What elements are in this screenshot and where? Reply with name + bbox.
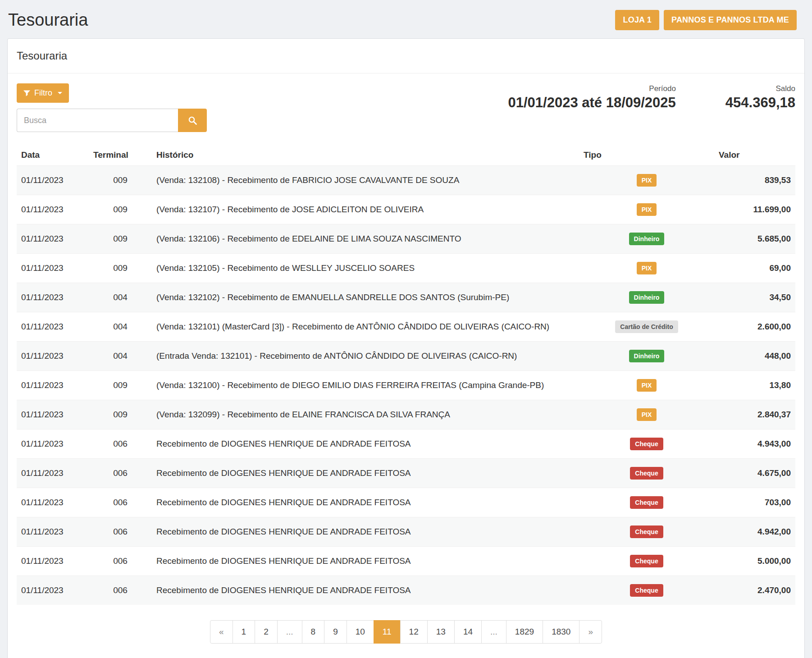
table-header-row: DataTerminalHistóricoTipoValor: [17, 145, 795, 166]
cell-tipo: PIX: [579, 371, 714, 400]
cell-data: 01/11/2023: [17, 195, 89, 224]
cell-valor: 13,80: [714, 371, 795, 400]
pagination-page-10[interactable]: 10: [347, 620, 374, 644]
cell-tipo: PIX: [579, 166, 714, 195]
store-button[interactable]: LOJA 1: [615, 10, 659, 30]
company-button[interactable]: PANNOS E PANNOS LTDA ME: [664, 10, 797, 30]
period-stat: Período 01/01/2023 até 18/09/2025: [508, 84, 676, 111]
pagination-page-1[interactable]: 1: [233, 620, 255, 644]
pagination-prev[interactable]: «: [210, 620, 233, 644]
cell-data: 01/11/2023: [17, 430, 89, 459]
tipo-badge: PIX: [637, 262, 657, 274]
search-input[interactable]: [17, 109, 178, 132]
table-row: 01/11/2023006Recebimento de DIOGENES HEN…: [17, 459, 795, 488]
cell-terminal: 004: [89, 283, 152, 312]
table-row: 01/11/2023006Recebimento de DIOGENES HEN…: [17, 488, 795, 517]
table-row: 01/11/2023006Recebimento de DIOGENES HEN…: [17, 517, 795, 547]
cell-valor: 11.699,00: [714, 195, 795, 224]
cell-terminal: 006: [89, 547, 152, 576]
search-button[interactable]: [178, 109, 207, 132]
cell-terminal: 006: [89, 459, 152, 488]
card-body: Filtro: [8, 73, 804, 658]
tipo-badge: PIX: [637, 203, 657, 216]
cell-historico: (Venda: 132108) - Recebimento de FABRICI…: [152, 166, 579, 195]
cell-historico: Recebimento de DIOGENES HENRIQUE DE ANDR…: [152, 517, 579, 547]
column-header-historico: Histórico: [152, 145, 579, 166]
cell-valor: 448,00: [714, 342, 795, 371]
cell-historico: Recebimento de DIOGENES HENRIQUE DE ANDR…: [152, 576, 579, 605]
cell-valor: 34,50: [714, 283, 795, 312]
balance-value: 454.369,18: [725, 95, 795, 111]
table-row: 01/11/2023004(Venda: 132101) (MasterCard…: [17, 312, 795, 342]
cell-historico: Recebimento de DIOGENES HENRIQUE DE ANDR…: [152, 488, 579, 517]
column-header-terminal: Terminal: [89, 145, 152, 166]
cell-tipo: Cheque: [579, 517, 714, 547]
pagination-page-14[interactable]: 14: [454, 620, 482, 644]
cell-valor: 5.000,00: [714, 547, 795, 576]
table-body: 01/11/2023009(Venda: 132108) - Recebimen…: [17, 166, 795, 605]
pagination-page-1829[interactable]: 1829: [506, 620, 543, 644]
cell-valor: 69,00: [714, 254, 795, 283]
cell-valor: 2.470,00: [714, 576, 795, 605]
search-icon: [188, 116, 197, 125]
period-value: 01/01/2023 até 18/09/2025: [508, 95, 676, 111]
cell-valor: 839,53: [714, 166, 795, 195]
table-row: 01/11/2023004(Venda: 132102) - Recebimen…: [17, 283, 795, 312]
cell-data: 01/11/2023: [17, 254, 89, 283]
cell-data: 01/11/2023: [17, 166, 89, 195]
page-title: Tesouraria: [8, 10, 88, 30]
cell-historico: Recebimento de DIOGENES HENRIQUE DE ANDR…: [152, 547, 579, 576]
pagination-page-11[interactable]: 11: [374, 620, 401, 644]
cell-valor: 2.840,37: [714, 400, 795, 430]
cell-terminal: 004: [89, 312, 152, 342]
cell-data: 01/11/2023: [17, 283, 89, 312]
cell-data: 01/11/2023: [17, 517, 89, 547]
tipo-badge: PIX: [637, 379, 657, 392]
cell-valor: 2.600,00: [714, 312, 795, 342]
cell-historico: (Venda: 132101) (MasterCard [3]) - Receb…: [152, 312, 579, 342]
cell-tipo: PIX: [579, 254, 714, 283]
pagination-page-9[interactable]: 9: [324, 620, 347, 644]
cell-historico: Recebimento de DIOGENES HENRIQUE DE ANDR…: [152, 459, 579, 488]
pagination-page-1830[interactable]: 1830: [543, 620, 579, 644]
page-header: Tesouraria LOJA 1 PANNOS E PANNOS LTDA M…: [7, 7, 805, 38]
cell-terminal: 009: [89, 254, 152, 283]
table-row: 01/11/2023009(Venda: 132107) - Recebimen…: [17, 195, 795, 224]
pagination-page-2[interactable]: 2: [255, 620, 278, 644]
cell-terminal: 006: [89, 430, 152, 459]
table-row: 01/11/2023009(Venda: 132099) - Recebimen…: [17, 400, 795, 430]
cell-tipo: Cheque: [579, 547, 714, 576]
cell-tipo: Cheque: [579, 459, 714, 488]
tipo-badge: Dinheiro: [629, 233, 665, 245]
pagination: «12...891011121314...18291830»: [17, 620, 795, 658]
toolbar-left: Filtro: [17, 83, 207, 132]
tipo-badge: Cheque: [630, 584, 663, 597]
cell-terminal: 006: [89, 488, 152, 517]
pagination-page-8[interactable]: 8: [302, 620, 325, 644]
table-row: 01/11/2023004(Entrada Venda: 132101) - R…: [17, 342, 795, 371]
filter-button[interactable]: Filtro: [17, 83, 69, 103]
toolbar: Filtro: [17, 83, 795, 132]
table-row: 01/11/2023006Recebimento de DIOGENES HEN…: [17, 576, 795, 605]
tipo-badge: PIX: [637, 174, 657, 187]
cell-historico: Recebimento de DIOGENES HENRIQUE DE ANDR…: [152, 430, 579, 459]
cell-data: 01/11/2023: [17, 576, 89, 605]
pagination-page-13[interactable]: 13: [427, 620, 455, 644]
cell-historico: (Venda: 132107) - Recebimento de JOSE AD…: [152, 195, 579, 224]
cell-valor: 4.942,00: [714, 517, 795, 547]
cell-tipo: Cheque: [579, 430, 714, 459]
cell-data: 01/11/2023: [17, 312, 89, 342]
cell-tipo: PIX: [579, 195, 714, 224]
cell-historico: (Venda: 132100) - Recebimento de DIEGO E…: [152, 371, 579, 400]
tipo-badge: Dinheiro: [629, 291, 665, 304]
balance-stat: Saldo 454.369,18: [725, 84, 795, 111]
cell-valor: 703,00: [714, 488, 795, 517]
cell-tipo: Cheque: [579, 576, 714, 605]
tesouraria-card: Tesouraria Filtro: [7, 38, 805, 658]
pagination-page-12[interactable]: 12: [400, 620, 428, 644]
pagination-next[interactable]: »: [579, 620, 602, 644]
cell-historico: (Venda: 132106) - Recebimento de EDELAIN…: [152, 224, 579, 254]
column-header-valor: Valor: [714, 145, 795, 166]
cell-terminal: 009: [89, 400, 152, 430]
filter-icon: [23, 90, 30, 96]
